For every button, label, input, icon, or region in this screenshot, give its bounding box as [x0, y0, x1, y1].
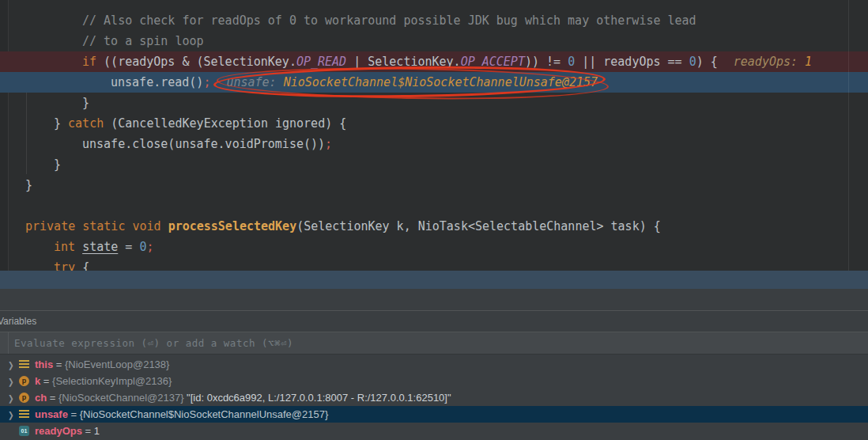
- code-token: }: [25, 178, 32, 192]
- code-token: }: [82, 96, 89, 110]
- variables-tree: ❯this = {NioEventLoop@2138}❯pk = {Select…: [0, 356, 868, 439]
- inline-debugger-hint: unsafe: NioSocketChannel$NioSocketChanne…: [226, 72, 598, 93]
- variable-row-readyOps[interactable]: ❯01readyOps = 1: [0, 423, 868, 439]
- hint-variable-value: 1: [805, 55, 812, 69]
- variable-reference-value: {SelectionKeyImpl@2136}: [52, 375, 172, 387]
- code-line[interactable]: [0, 195, 868, 216]
- evaluate-field-edge: [8, 332, 9, 354]
- code-token: // to a spin loop: [82, 34, 204, 48]
- equals-sign: =: [68, 408, 80, 420]
- code-token: ;: [203, 75, 210, 89]
- code-token: || readyOps ==: [575, 55, 689, 69]
- code-token: 0: [689, 55, 696, 69]
- evaluate-placeholder: Evaluate expression (⏎) or add a watch (…: [0, 332, 868, 354]
- evaluate-expression-input[interactable]: Evaluate expression (⏎) or add a watch (…: [0, 332, 868, 354]
- ide-debug-screen: { "colors": { "editor_bg": "#2c2e2f", "b…: [0, 0, 868, 440]
- chevron-expand-icon[interactable]: ❯: [8, 393, 19, 403]
- variable-reference-value: {NioSocketChannel@2137}: [58, 392, 187, 404]
- code-token: processSelectedKey: [168, 219, 297, 233]
- execution-line[interactable]: unsafe.read();unsafe: NioSocketChannel$N…: [0, 72, 868, 93]
- variable-type-param-icon: p: [19, 376, 29, 386]
- code-token: ((readyOps & (SelectionKey.: [96, 55, 296, 69]
- equals-sign: =: [47, 392, 58, 404]
- hint-variable-name: unsafe:: [226, 75, 283, 89]
- code-token: ;: [146, 240, 153, 254]
- chevron-expand-icon[interactable]: ❯: [8, 377, 19, 386]
- code-line[interactable]: try {: [0, 257, 868, 271]
- code-lines-container: // Also check for readOps of 0 to workar…: [0, 10, 868, 271]
- variable-reference-value: {NioSocketChannel$NioSocketChannelUnsafe…: [80, 408, 329, 420]
- code-line[interactable]: unsafe.close(unsafe.voidPromise());: [0, 134, 868, 154]
- panel-separator: [0, 310, 868, 311]
- code-token: state: [82, 240, 118, 254]
- code-token: ;: [325, 137, 332, 151]
- code-line[interactable]: // Also check for readOps of 0 to workar…: [0, 10, 868, 31]
- variable-row-this[interactable]: ❯this = {NioEventLoop@2138}: [0, 356, 868, 373]
- variable-row-unsafe[interactable]: ❯unsafe = {NioSocketChannel$NioSocketCha…: [0, 406, 868, 423]
- code-token: if: [82, 55, 96, 69]
- variable-name: readyOps: [35, 425, 82, 437]
- variable-row-k[interactable]: ❯pk = {SelectionKeyImpl@2136}: [0, 373, 868, 389]
- chevron-expand-icon[interactable]: ❯: [8, 360, 19, 370]
- debugger-frames-band: [0, 271, 868, 289]
- code-line[interactable]: } catch (CancelledKeyException ignored) …: [0, 113, 868, 134]
- debug-variables-panel: Variables Evaluate expression (⏎) or add…: [0, 289, 868, 440]
- code-line[interactable]: private static void processSelectedKey(S…: [0, 216, 868, 237]
- code-token: OP_READ: [296, 55, 346, 69]
- hint-variable-value: NioSocketChannel$NioSocketChannelUnsafe@…: [284, 75, 598, 89]
- variable-row-ch[interactable]: ❯pch = {NioSocketChannel@2137} "[id: 0xc…: [0, 389, 868, 406]
- inline-debugger-hint: readyOps: 1: [734, 55, 812, 69]
- code-line[interactable]: int state = 0;: [0, 237, 868, 257]
- variable-name: k: [35, 375, 40, 387]
- code-token: {: [82, 260, 89, 271]
- variable-reference-value: {NioEventLoop@2138}: [65, 358, 169, 370]
- equals-sign: =: [40, 375, 52, 387]
- variable-name: ch: [35, 392, 47, 404]
- chevron-expand-icon[interactable]: ❯: [8, 410, 19, 419]
- code-token: | SelectionKey.: [346, 55, 461, 69]
- code-token: (CancelledKeyException ignored) {: [104, 116, 346, 131]
- code-line[interactable]: }: [0, 175, 868, 195]
- variable-name: this: [35, 358, 53, 370]
- code-editor[interactable]: // Also check for readOps of 0 to workar…: [0, 0, 868, 271]
- code-token: )) !=: [525, 55, 568, 69]
- code-token: int: [54, 240, 82, 254]
- code-token: OP_ACCEPT: [461, 55, 525, 69]
- variable-string-value: "[id: 0xcdc6a992, L:/127.0.0.1:8007 - R:…: [187, 392, 451, 404]
- code-line[interactable]: }: [0, 93, 868, 113]
- indent-guide-line: [26, 93, 27, 174]
- code-token: private static void: [25, 219, 168, 233]
- breakpoint-line[interactable]: if ((readyOps & (SelectionKey.OP_READ | …: [0, 51, 868, 72]
- equals-sign: =: [82, 425, 94, 437]
- code-token: unsafe.close(unsafe.voidPromise()): [82, 137, 325, 151]
- variable-name: unsafe: [35, 408, 68, 420]
- code-token: ) {: [696, 55, 718, 69]
- code-token: }: [54, 116, 68, 131]
- variable-type-primitive-icon: 01: [19, 426, 29, 436]
- code-token: 0: [568, 55, 575, 69]
- variable-type-param-icon: p: [19, 393, 29, 403]
- code-token: }: [54, 157, 61, 172]
- code-token: try: [54, 260, 82, 271]
- code-line[interactable]: // to a spin loop: [0, 31, 868, 51]
- hint-variable-name: readyOps:: [734, 55, 805, 69]
- right-margin-guide: [848, 0, 849, 271]
- code-token: unsafe.read(): [111, 75, 203, 89]
- code-token: =: [118, 240, 139, 254]
- equals-sign: =: [53, 358, 65, 370]
- code-token: // Also check for readOps of 0 to workar…: [82, 13, 696, 28]
- variable-type-value-icon: [19, 410, 29, 419]
- variables-tab-label[interactable]: Variables: [0, 311, 36, 332]
- variable-type-value-icon: [19, 360, 29, 369]
- code-line[interactable]: }: [0, 154, 868, 175]
- code-token: catch: [68, 116, 104, 131]
- panel-separator: [0, 354, 868, 355]
- code-token: (SelectionKey k, NioTask<SelectableChann…: [296, 219, 661, 233]
- variable-string-value: 1: [94, 425, 100, 437]
